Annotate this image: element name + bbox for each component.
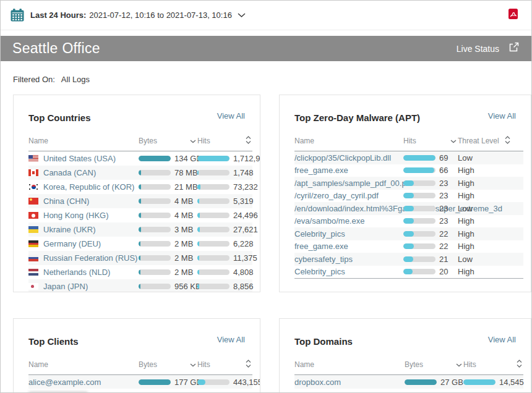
flag-ukr-icon xyxy=(28,226,38,233)
name-link[interactable]: Celebrity_pics xyxy=(294,229,345,239)
bytes-value: 78 MB xyxy=(174,168,198,177)
col-header-name[interactable]: Name xyxy=(294,137,403,145)
col-header-hits[interactable]: Hits xyxy=(403,137,458,145)
table-row: 137 GB1,798,028 xyxy=(28,389,252,393)
hits-value: 1,798,028 xyxy=(233,391,260,393)
table-row: /apt_samples/sample_pdf_00.pdf23High xyxy=(294,177,523,190)
bytes-bar-fill xyxy=(139,170,141,175)
hits-value: 11,375 xyxy=(233,253,257,263)
name-link[interactable]: Canada (CAN) xyxy=(43,168,96,177)
name-cell: Canada (CAN) xyxy=(28,168,139,177)
chevron-down-icon xyxy=(450,137,457,145)
col-header-hits[interactable]: Hits xyxy=(463,360,523,370)
hits-bar-fill xyxy=(403,206,414,211)
view-all-link[interactable]: View All xyxy=(488,111,516,120)
name-link[interactable]: pandora.com xyxy=(294,391,341,393)
bytes-bar xyxy=(405,379,437,385)
col-header-threat-level[interactable]: Threat Level xyxy=(458,136,523,146)
hits-value: 24,496 xyxy=(233,211,258,220)
name-link[interactable]: Ukraine (UKR) xyxy=(43,225,96,234)
threat-level: High xyxy=(458,229,523,239)
panel-title: Top Clients xyxy=(28,335,79,349)
name-cell: /cyril/zero_day_cyril.pdf xyxy=(294,191,403,200)
name-link[interactable]: /apt_samples/sample_pdf_00.pdf xyxy=(294,179,413,188)
name-cell: /apt_samples/sample_pdf_00.pdf xyxy=(294,179,403,188)
hits-bar xyxy=(403,218,435,224)
name-link[interactable]: free_game.exe xyxy=(294,242,348,251)
name-link[interactable]: Japan (JPN) xyxy=(43,282,88,291)
name-link[interactable]: Germany (DEU) xyxy=(43,239,101,248)
name-cell: Netherlands (NLD) xyxy=(28,268,139,277)
name-cell: Celebrity_pics xyxy=(294,229,403,239)
name-link[interactable]: Netherlands (NLD) xyxy=(43,268,110,277)
pdf-export-button[interactable] xyxy=(508,9,518,22)
hits-cell: 6,228 xyxy=(197,239,252,248)
live-status-button[interactable]: Live Status xyxy=(457,41,520,56)
date-range-dropdown[interactable]: Last 24 Hours: 2021-07-12, 10:16 to 2021… xyxy=(30,11,246,20)
name-cell: Ukraine (UKR) xyxy=(28,225,139,234)
name-link[interactable]: alice@example.com xyxy=(28,378,101,387)
col-header-name[interactable]: Name xyxy=(28,137,139,145)
table-row: Celebrity_pics20High xyxy=(294,266,523,279)
hits-bar-fill xyxy=(197,213,200,218)
name-link[interactable]: China (CHN) xyxy=(43,196,89,206)
table-row: Ukraine (UKR)3 MB27,621 xyxy=(28,222,252,237)
col-header-name[interactable]: Name xyxy=(294,360,405,369)
view-all-link[interactable]: View All xyxy=(488,335,516,344)
table-row: /clickpop/35/ClickpopLib.dll69Low xyxy=(294,151,523,164)
hits-value: 14,545 xyxy=(499,378,524,387)
hits-bar-fill xyxy=(197,227,200,232)
hits-bar xyxy=(403,269,435,274)
sort-updown-icon xyxy=(246,136,251,146)
threat-level: Low xyxy=(458,204,523,213)
table-rows: dropbox.com27 GB14,545pandora.com4 GB11,… xyxy=(294,375,523,393)
external-link-icon xyxy=(508,41,520,56)
name-link[interactable]: United States (USA) xyxy=(43,154,116,163)
col-header-bytes[interactable]: Bytes xyxy=(139,137,197,145)
name-cell: Korea, Republic of (KOR) xyxy=(28,182,139,192)
name-link[interactable]: cybersafety_tips xyxy=(294,255,353,264)
filter-value: All Logs xyxy=(61,75,90,84)
bytes-bar-fill xyxy=(139,255,140,261)
bytes-bar xyxy=(139,284,171,289)
table-rows: United States (USA)134 GB1,712,902Canada… xyxy=(28,151,252,292)
col-header-hits[interactable]: Hits xyxy=(197,360,252,370)
col-header-hits[interactable]: Hits xyxy=(197,136,252,146)
col-header-bytes[interactable]: Bytes xyxy=(405,360,463,369)
name-link[interactable]: Russian Federation (RUS) xyxy=(43,253,137,263)
name-link[interactable]: free_game.exe xyxy=(294,166,348,175)
threat-level: High xyxy=(458,242,523,251)
name-link[interactable]: Celebrity_pics xyxy=(294,267,345,276)
name-link[interactable]: Korea, Republic of (KOR) xyxy=(43,182,134,192)
hits-cell: 4,808 xyxy=(197,268,252,277)
hits-cell: 8,856 xyxy=(197,282,252,291)
bytes-bar-fill xyxy=(139,227,141,232)
table-row: /cyril/zero_day_cyril.pdf23High xyxy=(294,190,523,203)
hits-bar xyxy=(197,213,230,218)
hits-value: 22 xyxy=(439,242,448,251)
view-all-link[interactable]: View All xyxy=(217,335,245,344)
hits-cell: 11,149 xyxy=(463,391,523,393)
name-link[interactable]: /clickpop/35/ClickpopLib.dll xyxy=(294,153,391,163)
chevron-down-icon xyxy=(190,137,196,145)
threat-level: High xyxy=(458,216,523,226)
sort-updown-icon xyxy=(505,136,510,146)
hits-cell: 73,232 xyxy=(197,182,252,192)
col-header-name[interactable]: Name xyxy=(28,360,139,369)
col-header-bytes[interactable]: Bytes xyxy=(139,360,197,369)
table-rows: /clickpop/35/ClickpopLib.dll69Lowfree_ga… xyxy=(294,151,523,279)
name-link[interactable]: Hong Kong (HKG) xyxy=(43,211,109,220)
chevron-down-icon xyxy=(190,360,196,369)
hits-bar xyxy=(197,255,230,261)
name-link[interactable]: /cyril/zero_day_cyril.pdf xyxy=(294,191,379,200)
name-link[interactable]: /eva/sambo/me.exe xyxy=(294,216,364,226)
name-cell: cybersafety_tips xyxy=(294,255,403,264)
bytes-value: 27 GB xyxy=(440,378,463,387)
chevron-down-icon xyxy=(238,13,246,18)
bytes-bar-fill xyxy=(405,379,437,385)
view-all-link[interactable]: View All xyxy=(217,111,245,120)
hits-bar xyxy=(403,256,435,262)
hits-bar-fill xyxy=(197,269,199,275)
name-link[interactable]: dropbox.com xyxy=(294,378,341,387)
hits-bar xyxy=(197,198,230,204)
